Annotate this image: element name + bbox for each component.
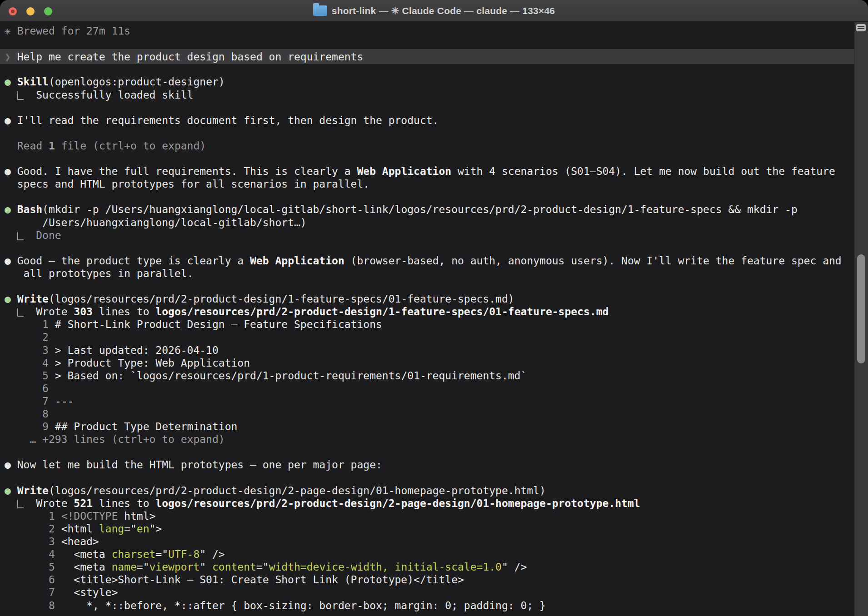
text-segment: > Product Type: Web Application [55, 357, 250, 369]
text-segment: 2 [5, 331, 49, 343]
text-segment: <!DOCTYPE [61, 510, 124, 522]
text-segment [5, 89, 17, 101]
split-pane-icon[interactable] [856, 24, 866, 31]
terminal-line: Read 1 file (ctrl+o to expand) [5, 139, 854, 152]
text-segment: 1 [5, 318, 55, 330]
text-segment: (mkdir -p /Users/huangxianglong/local-gi… [42, 204, 798, 215]
text-segment: 8 [5, 600, 61, 611]
terminal-line: specs and HTML prototypes for all scenar… [5, 178, 854, 190]
terminal-line: 3 > Last updated: 2026-04-10 [5, 344, 854, 357]
text-segment: Done [24, 229, 61, 241]
terminal-line: Wrote 303 lines to logos/resources/prd/2… [5, 305, 854, 318]
text-segment: 2 [5, 523, 61, 535]
terminal-line: all prototypes in parallel. [5, 267, 854, 280]
scrollbar-thumb[interactable] [857, 254, 865, 363]
terminal-line: Wrote 521 lines to logos/resources/prd/2… [5, 497, 854, 510]
window-title-group: short-link — ✳ Claude Code — claude — 13… [313, 5, 555, 16]
prompt-input-row: ❯ Help me create the product design base… [0, 49, 854, 64]
text-segment: 521 [74, 497, 93, 509]
text-segment: Write [17, 293, 49, 305]
text-segment: all prototypes in parallel. [5, 268, 193, 279]
text-segment: Write [17, 485, 49, 497]
text-segment: UTF-8 [168, 548, 200, 560]
text-segment [5, 306, 17, 318]
text-segment: =" [155, 548, 168, 560]
text-segment: <meta [61, 548, 112, 560]
text-segment: <head> [61, 536, 99, 547]
text-segment: 3 [5, 344, 55, 356]
elbow-icon [17, 91, 24, 100]
text-segment: width=device-width, initial-scale=1.0 [269, 561, 502, 573]
text-segment: Bash [17, 204, 42, 215]
text-segment: <style> [61, 586, 118, 598]
elbow-icon [17, 500, 24, 508]
terminal-line: 5 <meta name="viewport" content="width=d… [5, 561, 854, 573]
text-segment: > Last updated: 2026-04-10 [55, 344, 219, 356]
text-segment: "> [150, 523, 162, 535]
text-segment: name [111, 561, 136, 573]
text-segment: specs and HTML prototypes for all scenar… [5, 178, 369, 190]
text-segment: Web Application [250, 255, 344, 267]
terminal-line: 5 > Based on: `logos/resources/prd/1-pro… [5, 369, 854, 382]
text-segment: 5 [5, 370, 55, 382]
title-bar[interactable]: short-link — ✳ Claude Code — claude — 13… [0, 0, 868, 22]
terminal-line: 8 [5, 407, 854, 420]
terminal-line: ● Now let me build the HTML prototypes —… [5, 458, 854, 471]
text-segment: html> [124, 510, 155, 522]
text-segment: viewport [150, 561, 200, 573]
text-segment: (logos/resources/prd/2-product-design/1-… [49, 293, 514, 305]
text-segment: =" [256, 561, 269, 573]
text-segment: =" [124, 523, 137, 535]
terminal-line: 6 <title>Short-Link — S01: Create Short … [5, 573, 854, 586]
scrollbar-track[interactable] [854, 22, 868, 616]
terminal-line: Done [5, 229, 854, 242]
close-button[interactable] [9, 7, 17, 15]
text-segment: content [212, 561, 256, 573]
minimize-button[interactable] [26, 7, 35, 15]
text-segment: Read [5, 140, 49, 152]
text-segment: Help me create the product design based … [17, 50, 364, 63]
text-segment: ● Good. I have the full requirements. Th… [5, 165, 357, 177]
terminal-line: 7 <style> [5, 586, 854, 599]
text-segment: ● [5, 485, 17, 497]
text-segment: 8 [5, 408, 49, 420]
elbow-icon [17, 232, 24, 240]
zoom-button[interactable] [44, 7, 52, 15]
text-segment: *, *::before, *::after { box-sizing: bor… [61, 600, 546, 611]
text-segment: --- [55, 395, 74, 407]
text-segment: Wrote [24, 306, 74, 318]
text-segment: ● [5, 293, 17, 305]
text-segment: Successfully loaded skill [24, 89, 194, 101]
text-segment: 7 [5, 395, 55, 407]
terminal-line: 2 <html lang="en"> [5, 522, 854, 535]
traffic-lights [9, 7, 52, 15]
terminal-line: ● Good. I have the full requirements. Th… [5, 165, 854, 178]
text-segment [5, 497, 17, 509]
terminal-line: Successfully loaded skill [5, 89, 854, 101]
text-segment: ● I'll read the requirements document fi… [5, 114, 439, 126]
terminal-output: ✳ Brewed for 27m 11s❯ Help me create the… [0, 22, 854, 616]
text-segment: # Short-Link Product Design — Feature Sp… [55, 318, 382, 330]
terminal-line: ● Skill(openlogos:product-designer) [5, 75, 854, 88]
terminal-line: ● Good — the product type is clearly a W… [5, 254, 854, 267]
text-segment: en [137, 523, 150, 535]
text-segment: 1 [5, 510, 61, 522]
terminal-line: 4 <meta charset="UTF-8" /> [5, 548, 854, 561]
text-segment: ● Now let me build the HTML prototypes —… [5, 459, 382, 471]
text-segment: file (ctrl+o to expand) [55, 140, 206, 152]
text-segment: Skill [17, 76, 49, 88]
terminal-line: 1 <!DOCTYPE html> [5, 510, 854, 522]
text-segment: <html [61, 523, 99, 535]
terminal-line: ● Bash(mkdir -p /Users/huangxianglong/lo… [5, 203, 854, 216]
text-segment: (logos/resources/prd/2-product-design/2-… [49, 485, 546, 497]
text-segment: ❯ [5, 50, 17, 63]
text-segment: (openlogos:product-designer) [49, 76, 225, 88]
terminal-line: 1 # Short-Link Product Design — Feature … [5, 318, 854, 331]
folder-icon[interactable] [313, 5, 327, 16]
elbow-icon [17, 308, 24, 317]
text-segment: " /> [502, 561, 527, 573]
text-segment: logos/resources/prd/2-product-design/2-p… [155, 497, 640, 509]
text-segment: ✳ Brewed for 27m 11s [5, 25, 130, 37]
terminal-line: 7 --- [5, 395, 854, 407]
text-segment: (browser-based, no auth, anonymous users… [344, 255, 842, 267]
